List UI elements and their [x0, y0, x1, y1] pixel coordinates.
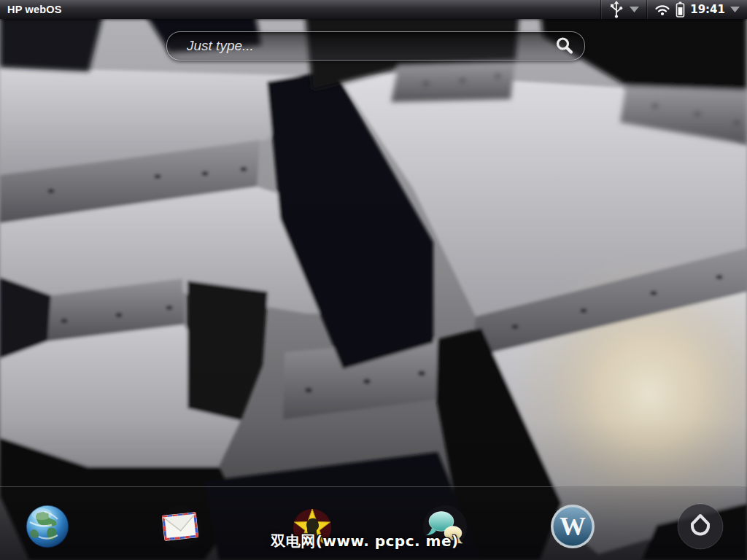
system-menu-title[interactable]: HP webOS: [7, 4, 62, 15]
usb-status-button[interactable]: [601, 0, 646, 19]
envelope-icon: [157, 503, 204, 550]
status-bar: HP webOS: [0, 0, 747, 19]
dock-item-web-browser[interactable]: [24, 503, 71, 550]
wifi-icon: [654, 3, 670, 16]
dropdown-arrow-icon: [730, 7, 740, 12]
usb-icon: [608, 0, 624, 19]
battery-icon: [676, 1, 685, 18]
search-icon[interactable]: [554, 36, 575, 56]
globe-icon: [24, 503, 71, 550]
dock-item-wordpress[interactable]: W: [549, 503, 596, 550]
wallpaper-metal-boxes: [0, 0, 747, 560]
status-bar-right-cluster: 19:41: [600, 0, 747, 19]
search-input[interactable]: [185, 37, 546, 55]
webos-home-screen: HP webOS: [0, 0, 747, 560]
clock: 19:41: [690, 3, 725, 16]
dock-item-app-launcher[interactable]: [677, 503, 724, 550]
just-type-search-bar[interactable]: [166, 31, 585, 61]
watermark-text: 双电网(www. pcpc. me): [264, 532, 465, 551]
wordpress-icon: W: [549, 503, 596, 550]
dock-item-email[interactable]: [157, 503, 204, 550]
launcher-up-arrow-icon: [677, 503, 724, 550]
svg-text:W: W: [560, 512, 586, 541]
dropdown-arrow-icon: [630, 7, 639, 12]
connectivity-status-button[interactable]: 19:41: [647, 0, 747, 19]
